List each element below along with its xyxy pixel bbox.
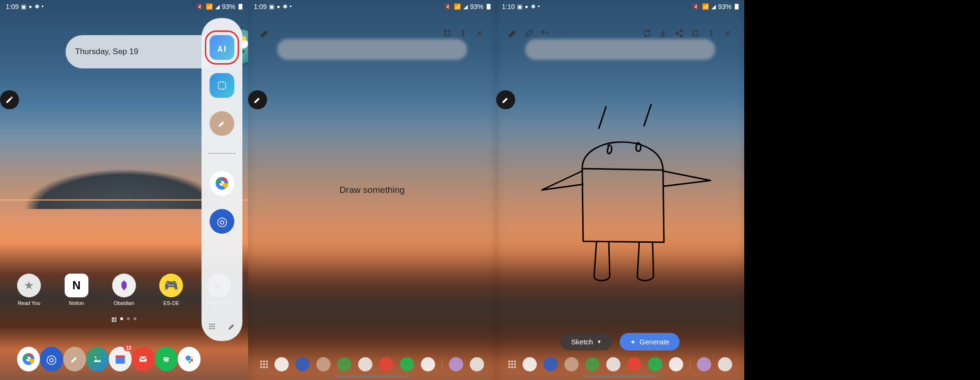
apps-grid-icon[interactable]: [112, 317, 116, 322]
nav-pill[interactable]: [334, 375, 410, 377]
app-obsidian[interactable]: Obsidian: [112, 274, 136, 306]
status-time: 1:09: [254, 3, 267, 10]
pencil-icon: [218, 119, 226, 128]
dock-blur-photos: [337, 357, 352, 371]
sketch-controls: Sketch ▼ ✦ Generate: [561, 333, 680, 351]
svg-point-20: [213, 328, 215, 329]
wifi-icon: 📶: [702, 3, 709, 10]
more-tool[interactable]: [455, 25, 471, 41]
crop-tool[interactable]: [439, 25, 455, 41]
dock-blur-assist: [421, 357, 435, 371]
slack-icon: ✱: [283, 3, 288, 10]
refresh-tool[interactable]: [639, 25, 655, 41]
status-bar: 1:10 ▣ ● ✱ • 🔇 📶 ◢ 93%: [496, 0, 744, 13]
refresh-icon: [642, 28, 652, 38]
share-tool[interactable]: [671, 25, 687, 41]
chrome-icon: [21, 352, 36, 366]
svg-point-24: [463, 35, 464, 37]
dock-blur-cal: [358, 357, 373, 371]
edge-ai-select[interactable]: [210, 35, 234, 60]
sketch-type-dropdown[interactable]: Sketch ▼: [561, 333, 612, 351]
dock-blur-spotify: [648, 357, 663, 371]
svg-point-6: [191, 359, 193, 361]
draw-toolbar: [248, 24, 496, 43]
dock-blur-chrome: [275, 357, 289, 371]
battery-percent: 93%: [470, 3, 483, 10]
chevron-down-icon: ▼: [597, 339, 602, 344]
edit-fab[interactable]: [0, 90, 19, 109]
edit-fab[interactable]: [496, 90, 515, 109]
edge-apps-icon[interactable]: [207, 321, 217, 332]
generate-button[interactable]: ✦ Generate: [620, 333, 680, 351]
edge-chrome[interactable]: [210, 171, 234, 196]
edge-divider: [209, 153, 235, 154]
pen-icon: [260, 28, 269, 38]
dock-blur-auth: [296, 357, 310, 371]
page-dot[interactable]: [134, 317, 136, 320]
share-icon: [674, 28, 684, 38]
dock-chrome[interactable]: [17, 347, 40, 371]
more-tool[interactable]: [703, 25, 720, 41]
app-esde[interactable]: 🎮 ES-DE: [159, 274, 183, 306]
pen-tool[interactable]: [505, 25, 521, 41]
dock-blur-extra1: [697, 357, 711, 371]
app-label: Read You: [18, 300, 40, 306]
dock-calendar[interactable]: 12: [109, 347, 132, 371]
dock-assistant[interactable]: [178, 347, 201, 371]
app-read-you[interactable]: ★ Read You: [17, 274, 41, 306]
svg-point-31: [711, 35, 712, 37]
calendar-badge: 12: [124, 345, 134, 351]
edge-screen-write[interactable]: [210, 111, 234, 136]
apps-grid-icon: [509, 361, 516, 368]
app-notion[interactable]: N Notion: [65, 274, 88, 306]
obsidian-icon: [118, 279, 130, 292]
redo-icon: [557, 28, 566, 38]
signal-icon: ◢: [463, 3, 468, 10]
edge-authenticator[interactable]: ◎: [210, 209, 234, 234]
svg-point-22: [463, 30, 464, 32]
dock-photos[interactable]: [86, 347, 109, 371]
dock-blur-auth: [544, 357, 558, 371]
app-row: ★ Read You N Notion Obsidian 🎮 ES-DE Pla…: [17, 274, 231, 306]
eraser-icon: [524, 28, 534, 38]
download-tool[interactable]: [655, 25, 671, 41]
date-widget[interactable]: Thursday, Sep 19 ⋮: [66, 35, 219, 68]
undo-tool[interactable]: [537, 25, 553, 41]
dock-blur-extra2: [718, 357, 732, 371]
signal-icon: ◢: [215, 3, 220, 10]
draw-screen-sketched: 1:10 ▣ ● ✱ • 🔇 📶 ◢ 93%: [496, 0, 744, 380]
edge-edit-icon[interactable]: [227, 321, 237, 332]
page-dot[interactable]: [127, 317, 130, 320]
calendar-icon: [114, 353, 126, 365]
battery-percent: 93%: [718, 3, 731, 10]
dock-gmail[interactable]: [132, 347, 154, 371]
gmail-icon: [138, 354, 148, 364]
dock-blur-assist: [669, 357, 683, 371]
svg-point-7: [191, 356, 192, 358]
dock-spotify[interactable]: [155, 347, 178, 371]
edge-panel[interactable]: ◎: [202, 18, 242, 341]
sketch-toolbar: [496, 24, 744, 43]
close-icon: [723, 28, 732, 38]
crop-tool[interactable]: [687, 25, 703, 41]
screenshot-icon: ▣: [517, 3, 522, 10]
draw-screen-empty: 1:09 ▣ ● ✱ • 🔇 📶 ◢ 93% Draw so: [248, 0, 496, 380]
svg-rect-21: [445, 31, 450, 36]
dock-authenticator[interactable]: ◎: [40, 347, 63, 371]
edge-smart-select[interactable]: [210, 73, 234, 98]
svg-point-18: [209, 328, 211, 329]
eraser-tool[interactable]: [521, 25, 537, 41]
close-tool[interactable]: [720, 25, 736, 41]
nav-pill[interactable]: [582, 375, 658, 377]
edit-fab[interactable]: [248, 90, 267, 109]
pen-tool[interactable]: [257, 25, 273, 41]
pencil-icon: [5, 95, 14, 104]
page-dot[interactable]: [120, 317, 123, 320]
battery-percent: 93%: [222, 3, 235, 10]
dock-blur-gmail: [627, 357, 642, 371]
dock-notes[interactable]: [63, 347, 86, 371]
dock-blur-cal: [606, 357, 621, 371]
dock-blur-gmail: [379, 357, 394, 371]
close-tool[interactable]: [471, 25, 488, 41]
dock-separator: [690, 359, 691, 370]
